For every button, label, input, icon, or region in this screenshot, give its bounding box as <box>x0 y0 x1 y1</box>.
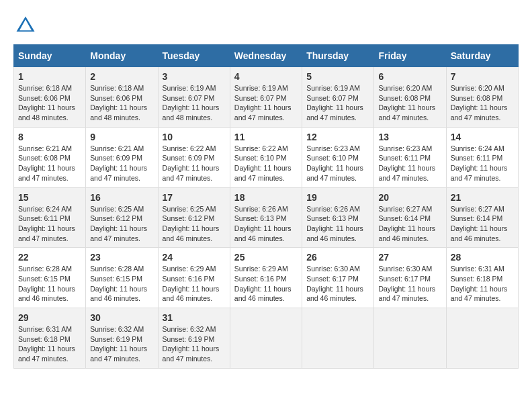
calendar-cell: 28Sunrise: 6:31 AM Sunset: 6:18 PM Dayli… <box>446 248 518 308</box>
day-info: Sunrise: 6:18 AM Sunset: 6:06 PM Dayligh… <box>90 83 153 123</box>
calendar-cell: 12Sunrise: 6:23 AM Sunset: 6:10 PM Dayli… <box>302 127 374 187</box>
day-number: 28 <box>451 252 514 263</box>
day-info: Sunrise: 6:21 AM Sunset: 6:08 PM Dayligh… <box>18 144 81 183</box>
calendar-cell: 20Sunrise: 6:27 AM Sunset: 6:14 PM Dayli… <box>374 187 446 248</box>
calendar-cell: 25Sunrise: 6:29 AM Sunset: 6:16 PM Dayli… <box>230 248 302 308</box>
day-number: 30 <box>90 312 153 323</box>
day-number: 21 <box>451 192 514 203</box>
calendar-cell: 10Sunrise: 6:22 AM Sunset: 6:09 PM Dayli… <box>158 127 230 187</box>
day-number: 6 <box>378 71 441 82</box>
calendar-cell: 27Sunrise: 6:30 AM Sunset: 6:17 PM Dayli… <box>374 248 446 308</box>
day-info: Sunrise: 6:31 AM Sunset: 6:18 PM Dayligh… <box>451 264 514 304</box>
day-number: 1 <box>18 71 81 82</box>
day-info: Sunrise: 6:20 AM Sunset: 6:08 PM Dayligh… <box>378 83 441 123</box>
day-number: 20 <box>378 192 441 203</box>
day-number: 22 <box>18 252 81 263</box>
day-info: Sunrise: 6:26 AM Sunset: 6:13 PM Dayligh… <box>234 204 298 244</box>
calendar-cell: 31Sunrise: 6:32 AM Sunset: 6:19 PM Dayli… <box>158 308 230 369</box>
day-number: 18 <box>234 192 298 203</box>
calendar-cell: 15Sunrise: 6:24 AM Sunset: 6:11 PM Dayli… <box>14 187 86 248</box>
calendar-cell: 8Sunrise: 6:21 AM Sunset: 6:08 PM Daylig… <box>14 127 86 187</box>
day-number: 31 <box>163 312 226 323</box>
day-number: 13 <box>378 132 441 142</box>
calendar-cell: 19Sunrise: 6:26 AM Sunset: 6:13 PM Dayli… <box>302 187 374 248</box>
day-info: Sunrise: 6:32 AM Sunset: 6:19 PM Dayligh… <box>90 324 153 364</box>
calendar-cell: 1Sunrise: 6:18 AM Sunset: 6:06 PM Daylig… <box>14 67 86 128</box>
logo <box>13 13 40 38</box>
day-info: Sunrise: 6:19 AM Sunset: 6:07 PM Dayligh… <box>306 83 369 123</box>
calendar-cell: 21Sunrise: 6:27 AM Sunset: 6:14 PM Dayli… <box>446 187 518 248</box>
calendar-header-row: SundayMondayTuesdayWednesdayThursdayFrid… <box>14 45 519 67</box>
day-info: Sunrise: 6:30 AM Sunset: 6:17 PM Dayligh… <box>378 264 441 304</box>
day-info: Sunrise: 6:18 AM Sunset: 6:06 PM Dayligh… <box>18 83 81 123</box>
day-info: Sunrise: 6:19 AM Sunset: 6:07 PM Dayligh… <box>234 83 298 123</box>
calendar-table: SundayMondayTuesdayWednesdayThursdayFrid… <box>13 44 519 369</box>
day-info: Sunrise: 6:24 AM Sunset: 6:11 PM Dayligh… <box>18 204 81 244</box>
day-number: 23 <box>90 252 153 263</box>
calendar-cell: 29Sunrise: 6:31 AM Sunset: 6:18 PM Dayli… <box>14 308 86 369</box>
calendar-week-4: 22Sunrise: 6:28 AM Sunset: 6:15 PM Dayli… <box>14 248 519 308</box>
calendar-cell: 17Sunrise: 6:25 AM Sunset: 6:12 PM Dayli… <box>158 187 230 248</box>
calendar-cell: 4Sunrise: 6:19 AM Sunset: 6:07 PM Daylig… <box>230 67 302 128</box>
calendar-cell: 14Sunrise: 6:24 AM Sunset: 6:11 PM Dayli… <box>446 127 518 187</box>
calendar-cell: 7Sunrise: 6:20 AM Sunset: 6:08 PM Daylig… <box>446 67 518 128</box>
calendar-week-1: 1Sunrise: 6:18 AM Sunset: 6:06 PM Daylig… <box>14 67 519 128</box>
day-info: Sunrise: 6:32 AM Sunset: 6:19 PM Dayligh… <box>163 324 226 364</box>
calendar-week-2: 8Sunrise: 6:21 AM Sunset: 6:08 PM Daylig… <box>14 127 519 187</box>
day-number: 29 <box>18 312 81 323</box>
day-number: 25 <box>234 252 298 263</box>
calendar-cell: 11Sunrise: 6:22 AM Sunset: 6:10 PM Dayli… <box>230 127 302 187</box>
day-info: Sunrise: 6:30 AM Sunset: 6:17 PM Dayligh… <box>306 264 369 304</box>
day-number: 5 <box>306 71 369 82</box>
day-info: Sunrise: 6:25 AM Sunset: 6:12 PM Dayligh… <box>90 204 153 244</box>
day-info: Sunrise: 6:25 AM Sunset: 6:12 PM Dayligh… <box>163 204 226 244</box>
day-number: 16 <box>90 192 153 203</box>
day-info: Sunrise: 6:23 AM Sunset: 6:10 PM Dayligh… <box>306 144 369 183</box>
day-number: 24 <box>163 252 226 263</box>
header-friday: Friday <box>374 45 446 67</box>
calendar-cell: 26Sunrise: 6:30 AM Sunset: 6:17 PM Dayli… <box>302 248 374 308</box>
calendar-cell: 22Sunrise: 6:28 AM Sunset: 6:15 PM Dayli… <box>14 248 86 308</box>
day-number: 7 <box>451 71 514 82</box>
calendar-cell: 2Sunrise: 6:18 AM Sunset: 6:06 PM Daylig… <box>86 67 158 128</box>
calendar-cell: 30Sunrise: 6:32 AM Sunset: 6:19 PM Dayli… <box>86 308 158 369</box>
day-info: Sunrise: 6:23 AM Sunset: 6:11 PM Dayligh… <box>378 144 441 183</box>
day-number: 12 <box>306 132 369 142</box>
day-info: Sunrise: 6:27 AM Sunset: 6:14 PM Dayligh… <box>378 204 441 244</box>
day-info: Sunrise: 6:29 AM Sunset: 6:16 PM Dayligh… <box>163 264 226 304</box>
calendar-cell: 18Sunrise: 6:26 AM Sunset: 6:13 PM Dayli… <box>230 187 302 248</box>
day-info: Sunrise: 6:27 AM Sunset: 6:14 PM Dayligh… <box>451 204 514 244</box>
calendar-cell <box>302 308 374 369</box>
header-tuesday: Tuesday <box>158 45 230 67</box>
header-saturday: Saturday <box>446 45 518 67</box>
calendar-cell <box>374 308 446 369</box>
logo-icon <box>13 13 38 38</box>
day-number: 3 <box>163 71 226 82</box>
day-number: 4 <box>234 71 298 82</box>
day-info: Sunrise: 6:29 AM Sunset: 6:16 PM Dayligh… <box>234 264 298 304</box>
day-info: Sunrise: 6:24 AM Sunset: 6:11 PM Dayligh… <box>451 144 514 183</box>
day-number: 10 <box>163 132 226 142</box>
calendar-cell: 13Sunrise: 6:23 AM Sunset: 6:11 PM Dayli… <box>374 127 446 187</box>
calendar-cell <box>446 308 518 369</box>
page-header <box>13 13 519 38</box>
calendar-cell: 24Sunrise: 6:29 AM Sunset: 6:16 PM Dayli… <box>158 248 230 308</box>
calendar-cell: 9Sunrise: 6:21 AM Sunset: 6:09 PM Daylig… <box>86 127 158 187</box>
day-number: 8 <box>18 132 81 142</box>
calendar-cell: 6Sunrise: 6:20 AM Sunset: 6:08 PM Daylig… <box>374 67 446 128</box>
calendar-week-3: 15Sunrise: 6:24 AM Sunset: 6:11 PM Dayli… <box>14 187 519 248</box>
header-wednesday: Wednesday <box>230 45 302 67</box>
day-number: 15 <box>18 192 81 203</box>
day-number: 26 <box>306 252 369 263</box>
day-info: Sunrise: 6:28 AM Sunset: 6:15 PM Dayligh… <box>90 264 153 304</box>
day-number: 17 <box>163 192 226 203</box>
day-number: 9 <box>90 132 153 142</box>
calendar-cell: 16Sunrise: 6:25 AM Sunset: 6:12 PM Dayli… <box>86 187 158 248</box>
day-info: Sunrise: 6:28 AM Sunset: 6:15 PM Dayligh… <box>18 264 81 304</box>
day-info: Sunrise: 6:22 AM Sunset: 6:09 PM Dayligh… <box>163 144 226 183</box>
day-number: 11 <box>234 132 298 142</box>
calendar-cell: 5Sunrise: 6:19 AM Sunset: 6:07 PM Daylig… <box>302 67 374 128</box>
day-info: Sunrise: 6:20 AM Sunset: 6:08 PM Dayligh… <box>451 83 514 123</box>
calendar-week-5: 29Sunrise: 6:31 AM Sunset: 6:18 PM Dayli… <box>14 308 519 369</box>
day-number: 2 <box>90 71 153 82</box>
